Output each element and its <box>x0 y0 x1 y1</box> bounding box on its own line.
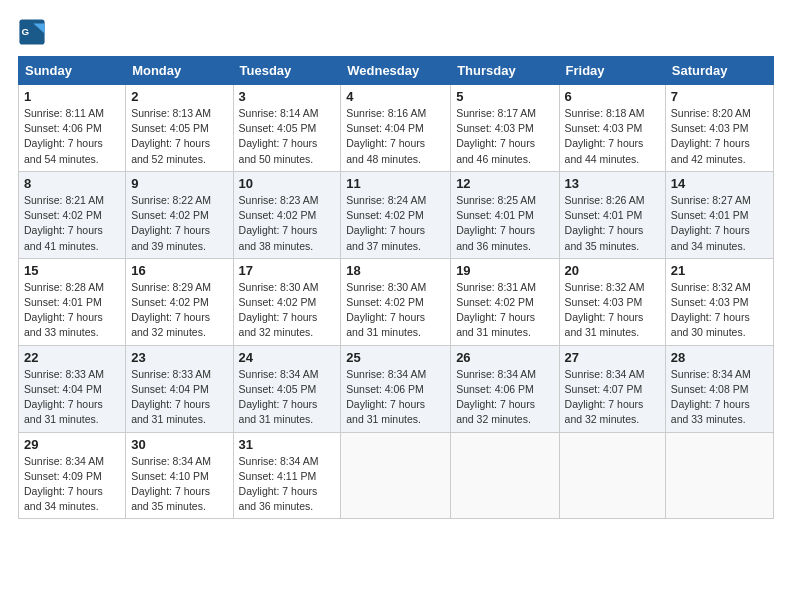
calendar-cell: 16Sunrise: 8:29 AMSunset: 4:02 PMDayligh… <box>126 258 233 345</box>
day-number: 14 <box>671 176 768 191</box>
svg-text:G: G <box>22 26 30 37</box>
day-info: Sunrise: 8:30 AMSunset: 4:02 PMDaylight:… <box>239 280 336 341</box>
weekday-tuesday: Tuesday <box>233 57 341 85</box>
day-number: 22 <box>24 350 120 365</box>
day-info: Sunrise: 8:31 AMSunset: 4:02 PMDaylight:… <box>456 280 553 341</box>
calendar-cell: 21Sunrise: 8:32 AMSunset: 4:03 PMDayligh… <box>665 258 773 345</box>
day-info: Sunrise: 8:34 AMSunset: 4:06 PMDaylight:… <box>346 367 445 428</box>
day-number: 3 <box>239 89 336 104</box>
day-number: 5 <box>456 89 553 104</box>
calendar-cell: 5Sunrise: 8:17 AMSunset: 4:03 PMDaylight… <box>451 85 559 172</box>
day-number: 12 <box>456 176 553 191</box>
day-info: Sunrise: 8:22 AMSunset: 4:02 PMDaylight:… <box>131 193 227 254</box>
day-number: 20 <box>565 263 660 278</box>
calendar-cell: 27Sunrise: 8:34 AMSunset: 4:07 PMDayligh… <box>559 345 665 432</box>
calendar-cell: 4Sunrise: 8:16 AMSunset: 4:04 PMDaylight… <box>341 85 451 172</box>
day-info: Sunrise: 8:26 AMSunset: 4:01 PMDaylight:… <box>565 193 660 254</box>
calendar-cell <box>665 432 773 519</box>
page: G SundayMondayTuesdayWednesdayThursdayFr… <box>0 0 792 612</box>
calendar-cell: 2Sunrise: 8:13 AMSunset: 4:05 PMDaylight… <box>126 85 233 172</box>
logo: G <box>18 18 50 46</box>
week-row-5: 29Sunrise: 8:34 AMSunset: 4:09 PMDayligh… <box>19 432 774 519</box>
calendar-cell: 6Sunrise: 8:18 AMSunset: 4:03 PMDaylight… <box>559 85 665 172</box>
calendar-cell: 30Sunrise: 8:34 AMSunset: 4:10 PMDayligh… <box>126 432 233 519</box>
calendar-cell: 26Sunrise: 8:34 AMSunset: 4:06 PMDayligh… <box>451 345 559 432</box>
day-number: 6 <box>565 89 660 104</box>
weekday-saturday: Saturday <box>665 57 773 85</box>
calendar-cell: 10Sunrise: 8:23 AMSunset: 4:02 PMDayligh… <box>233 171 341 258</box>
calendar-cell: 12Sunrise: 8:25 AMSunset: 4:01 PMDayligh… <box>451 171 559 258</box>
calendar-cell: 7Sunrise: 8:20 AMSunset: 4:03 PMDaylight… <box>665 85 773 172</box>
day-info: Sunrise: 8:32 AMSunset: 4:03 PMDaylight:… <box>565 280 660 341</box>
logo-icon: G <box>18 18 46 46</box>
day-number: 21 <box>671 263 768 278</box>
weekday-thursday: Thursday <box>451 57 559 85</box>
day-number: 24 <box>239 350 336 365</box>
calendar-cell: 1Sunrise: 8:11 AMSunset: 4:06 PMDaylight… <box>19 85 126 172</box>
day-number: 13 <box>565 176 660 191</box>
day-number: 11 <box>346 176 445 191</box>
day-info: Sunrise: 8:14 AMSunset: 4:05 PMDaylight:… <box>239 106 336 167</box>
day-info: Sunrise: 8:34 AMSunset: 4:08 PMDaylight:… <box>671 367 768 428</box>
calendar-table: SundayMondayTuesdayWednesdayThursdayFrid… <box>18 56 774 519</box>
day-info: Sunrise: 8:24 AMSunset: 4:02 PMDaylight:… <box>346 193 445 254</box>
calendar-cell: 17Sunrise: 8:30 AMSunset: 4:02 PMDayligh… <box>233 258 341 345</box>
calendar-cell: 25Sunrise: 8:34 AMSunset: 4:06 PMDayligh… <box>341 345 451 432</box>
day-number: 9 <box>131 176 227 191</box>
calendar-body: 1Sunrise: 8:11 AMSunset: 4:06 PMDaylight… <box>19 85 774 519</box>
day-info: Sunrise: 8:11 AMSunset: 4:06 PMDaylight:… <box>24 106 120 167</box>
day-info: Sunrise: 8:30 AMSunset: 4:02 PMDaylight:… <box>346 280 445 341</box>
day-number: 4 <box>346 89 445 104</box>
day-info: Sunrise: 8:27 AMSunset: 4:01 PMDaylight:… <box>671 193 768 254</box>
calendar-cell: 19Sunrise: 8:31 AMSunset: 4:02 PMDayligh… <box>451 258 559 345</box>
day-info: Sunrise: 8:34 AMSunset: 4:05 PMDaylight:… <box>239 367 336 428</box>
day-number: 19 <box>456 263 553 278</box>
day-info: Sunrise: 8:18 AMSunset: 4:03 PMDaylight:… <box>565 106 660 167</box>
day-info: Sunrise: 8:34 AMSunset: 4:09 PMDaylight:… <box>24 454 120 515</box>
day-number: 8 <box>24 176 120 191</box>
calendar-cell: 13Sunrise: 8:26 AMSunset: 4:01 PMDayligh… <box>559 171 665 258</box>
day-number: 30 <box>131 437 227 452</box>
calendar-cell: 15Sunrise: 8:28 AMSunset: 4:01 PMDayligh… <box>19 258 126 345</box>
day-number: 10 <box>239 176 336 191</box>
day-number: 1 <box>24 89 120 104</box>
day-number: 23 <box>131 350 227 365</box>
day-number: 7 <box>671 89 768 104</box>
weekday-friday: Friday <box>559 57 665 85</box>
week-row-2: 8Sunrise: 8:21 AMSunset: 4:02 PMDaylight… <box>19 171 774 258</box>
day-info: Sunrise: 8:28 AMSunset: 4:01 PMDaylight:… <box>24 280 120 341</box>
day-info: Sunrise: 8:34 AMSunset: 4:06 PMDaylight:… <box>456 367 553 428</box>
day-info: Sunrise: 8:34 AMSunset: 4:10 PMDaylight:… <box>131 454 227 515</box>
day-number: 16 <box>131 263 227 278</box>
weekday-wednesday: Wednesday <box>341 57 451 85</box>
calendar-cell: 22Sunrise: 8:33 AMSunset: 4:04 PMDayligh… <box>19 345 126 432</box>
day-info: Sunrise: 8:25 AMSunset: 4:01 PMDaylight:… <box>456 193 553 254</box>
calendar-cell <box>559 432 665 519</box>
calendar-cell: 14Sunrise: 8:27 AMSunset: 4:01 PMDayligh… <box>665 171 773 258</box>
calendar-cell: 3Sunrise: 8:14 AMSunset: 4:05 PMDaylight… <box>233 85 341 172</box>
calendar-cell: 29Sunrise: 8:34 AMSunset: 4:09 PMDayligh… <box>19 432 126 519</box>
week-row-3: 15Sunrise: 8:28 AMSunset: 4:01 PMDayligh… <box>19 258 774 345</box>
day-number: 17 <box>239 263 336 278</box>
day-info: Sunrise: 8:21 AMSunset: 4:02 PMDaylight:… <box>24 193 120 254</box>
calendar-cell: 31Sunrise: 8:34 AMSunset: 4:11 PMDayligh… <box>233 432 341 519</box>
week-row-1: 1Sunrise: 8:11 AMSunset: 4:06 PMDaylight… <box>19 85 774 172</box>
day-number: 18 <box>346 263 445 278</box>
day-info: Sunrise: 8:20 AMSunset: 4:03 PMDaylight:… <box>671 106 768 167</box>
calendar-cell: 9Sunrise: 8:22 AMSunset: 4:02 PMDaylight… <box>126 171 233 258</box>
day-number: 28 <box>671 350 768 365</box>
day-info: Sunrise: 8:34 AMSunset: 4:11 PMDaylight:… <box>239 454 336 515</box>
calendar-cell: 20Sunrise: 8:32 AMSunset: 4:03 PMDayligh… <box>559 258 665 345</box>
day-info: Sunrise: 8:16 AMSunset: 4:04 PMDaylight:… <box>346 106 445 167</box>
day-number: 29 <box>24 437 120 452</box>
day-number: 27 <box>565 350 660 365</box>
day-info: Sunrise: 8:33 AMSunset: 4:04 PMDaylight:… <box>131 367 227 428</box>
weekday-monday: Monday <box>126 57 233 85</box>
calendar-cell: 18Sunrise: 8:30 AMSunset: 4:02 PMDayligh… <box>341 258 451 345</box>
week-row-4: 22Sunrise: 8:33 AMSunset: 4:04 PMDayligh… <box>19 345 774 432</box>
day-info: Sunrise: 8:29 AMSunset: 4:02 PMDaylight:… <box>131 280 227 341</box>
calendar-cell <box>341 432 451 519</box>
calendar-cell: 11Sunrise: 8:24 AMSunset: 4:02 PMDayligh… <box>341 171 451 258</box>
day-info: Sunrise: 8:17 AMSunset: 4:03 PMDaylight:… <box>456 106 553 167</box>
day-number: 2 <box>131 89 227 104</box>
